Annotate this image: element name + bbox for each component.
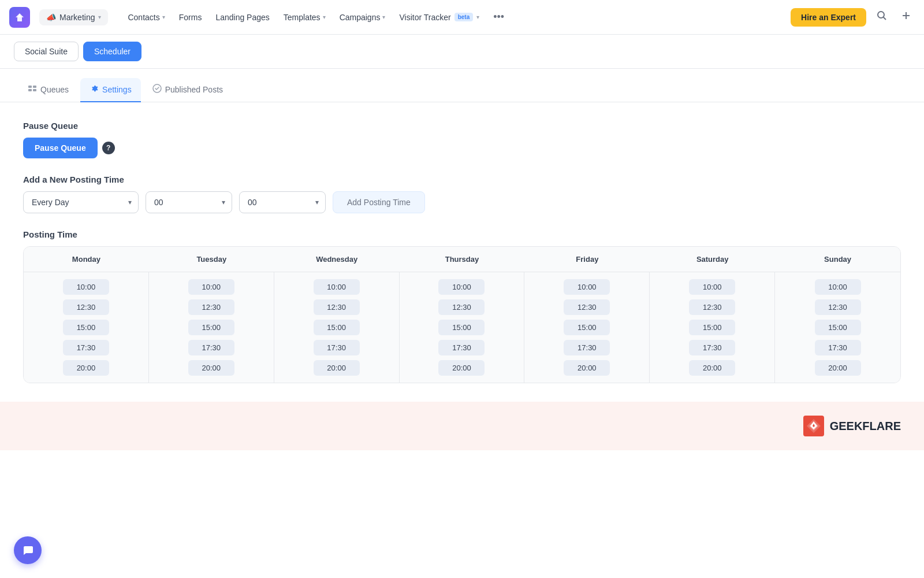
add-button[interactable] bbox=[897, 7, 915, 27]
col-wednesday: Wednesday bbox=[274, 247, 400, 272]
nav-contacts[interactable]: Contacts ▾ bbox=[122, 9, 170, 25]
time-chip[interactable]: 12:30 bbox=[188, 299, 234, 315]
svg-rect-4 bbox=[28, 86, 32, 88]
time-chip[interactable]: 10:00 bbox=[815, 279, 861, 295]
posting-controls: Every Day Monday Tuesday Wednesday Thurs… bbox=[23, 191, 901, 213]
sub-nav: Social Suite Scheduler bbox=[0, 35, 924, 69]
nav-visitor-tracker[interactable]: Visitor Tracker beta ▾ bbox=[393, 9, 485, 25]
time-chip[interactable]: 12:30 bbox=[314, 299, 360, 315]
time-chip[interactable]: 17:30 bbox=[188, 340, 234, 355]
pause-queue-button[interactable]: Pause Queue bbox=[23, 138, 98, 158]
pause-queue-title: Pause Queue bbox=[23, 121, 901, 131]
social-suite-button[interactable]: Social Suite bbox=[14, 42, 79, 61]
nav-campaigns[interactable]: Campaigns ▾ bbox=[334, 9, 392, 25]
time-chip[interactable]: 15:00 bbox=[815, 320, 861, 335]
day-column-sunday: 10:0012:3015:0017:3020:00 bbox=[775, 272, 900, 383]
tab-published-posts[interactable]: Published Posts bbox=[143, 78, 232, 102]
chevron-icon: ▾ bbox=[476, 14, 479, 20]
day-column-thursday: 10:0012:3015:0017:3020:00 bbox=[400, 272, 525, 383]
time-chip[interactable]: 12:30 bbox=[564, 299, 610, 315]
posting-time-table: Monday Tuesday Wednesday Thursday Friday… bbox=[23, 246, 901, 383]
svg-rect-5 bbox=[28, 89, 32, 91]
nav-right: Hire an Expert bbox=[791, 7, 915, 27]
min-select-wrapper: 00153045 ▾ bbox=[239, 191, 326, 213]
time-chip[interactable]: 10:00 bbox=[188, 279, 234, 295]
tab-queues[interactable]: Queues bbox=[18, 78, 78, 102]
minute-select[interactable]: 00153045 bbox=[239, 191, 326, 213]
col-thursday: Thursday bbox=[400, 247, 525, 272]
day-column-saturday: 10:0012:3015:0017:3020:00 bbox=[650, 272, 775, 383]
svg-rect-6 bbox=[33, 86, 36, 88]
tab-settings[interactable]: Settings bbox=[80, 78, 141, 102]
pause-queue-section: Pause Queue Pause Queue ? bbox=[23, 121, 901, 158]
app-logo bbox=[9, 7, 30, 28]
time-chip[interactable]: 10:00 bbox=[564, 279, 610, 295]
time-chip[interactable]: 12:30 bbox=[438, 299, 485, 315]
time-chip[interactable]: 17:30 bbox=[564, 340, 610, 355]
time-chip[interactable]: 15:00 bbox=[564, 320, 610, 335]
search-button[interactable] bbox=[873, 7, 891, 27]
time-chip[interactable]: 20:00 bbox=[564, 360, 610, 376]
day-column-friday: 10:0012:3015:0017:3020:00 bbox=[524, 272, 650, 383]
tab-queues-label: Queues bbox=[40, 85, 69, 94]
table-body: 10:0012:3015:0017:3020:0010:0012:3015:00… bbox=[24, 272, 900, 383]
time-chip[interactable]: 15:00 bbox=[314, 320, 360, 335]
time-chip[interactable]: 20:00 bbox=[314, 360, 360, 376]
svg-rect-7 bbox=[33, 89, 36, 91]
time-chip[interactable]: 15:00 bbox=[438, 320, 485, 335]
chevron-down-icon: ▾ bbox=[98, 14, 101, 20]
col-tuesday: Tuesday bbox=[149, 247, 274, 272]
time-chip[interactable]: 15:00 bbox=[188, 320, 234, 335]
pause-btn-row: Pause Queue ? bbox=[23, 138, 901, 158]
day-select[interactable]: Every Day Monday Tuesday Wednesday Thurs… bbox=[23, 191, 139, 213]
nav-templates[interactable]: Templates ▾ bbox=[278, 9, 331, 25]
nav-links: Contacts ▾ Forms Landing Pages Templates… bbox=[122, 8, 786, 27]
col-monday: Monday bbox=[24, 247, 149, 272]
hour-select-wrapper: 00010203 04050607 08091011 12131415 1617… bbox=[146, 191, 232, 213]
add-posting-time-button[interactable]: Add Posting Time bbox=[333, 191, 425, 213]
time-chip[interactable]: 17:30 bbox=[815, 340, 861, 355]
megaphone-icon: 📣 bbox=[46, 13, 56, 22]
time-chip[interactable]: 17:30 bbox=[438, 340, 485, 355]
day-column-monday: 10:0012:3015:0017:3020:00 bbox=[24, 272, 149, 383]
marketing-label: Marketing bbox=[59, 13, 95, 22]
time-chip[interactable]: 10:00 bbox=[314, 279, 360, 295]
time-chip[interactable]: 10:00 bbox=[63, 279, 109, 295]
time-chip[interactable]: 12:30 bbox=[689, 299, 735, 315]
top-nav: 📣 Marketing ▾ Contacts ▾ Forms Landing P… bbox=[0, 0, 924, 35]
posting-time-section: Posting Time Monday Tuesday Wednesday Th… bbox=[23, 229, 901, 383]
time-chip[interactable]: 20:00 bbox=[689, 360, 735, 376]
chevron-icon: ▾ bbox=[323, 14, 326, 20]
footer: GEEKFLARE bbox=[0, 402, 924, 450]
time-chip[interactable]: 20:00 bbox=[438, 360, 485, 376]
hire-expert-button[interactable]: Hire an Expert bbox=[791, 8, 866, 27]
time-chip[interactable]: 17:30 bbox=[314, 340, 360, 355]
time-chip[interactable]: 15:00 bbox=[63, 320, 109, 335]
chevron-icon: ▾ bbox=[162, 14, 165, 20]
marketing-menu-button[interactable]: 📣 Marketing ▾ bbox=[39, 9, 108, 25]
nav-landing-pages[interactable]: Landing Pages bbox=[210, 9, 275, 25]
time-chip[interactable]: 15:00 bbox=[689, 320, 735, 335]
time-chip[interactable]: 20:00 bbox=[815, 360, 861, 376]
time-chip[interactable]: 10:00 bbox=[438, 279, 485, 295]
time-chip[interactable]: 20:00 bbox=[63, 360, 109, 376]
posting-time-title: Posting Time bbox=[23, 229, 901, 239]
tab-settings-label: Settings bbox=[102, 85, 132, 94]
gear-icon bbox=[90, 84, 99, 95]
time-chip[interactable]: 20:00 bbox=[188, 360, 234, 376]
add-posting-title: Add a New Posting Time bbox=[23, 175, 901, 184]
hour-select[interactable]: 00010203 04050607 08091011 12131415 1617… bbox=[146, 191, 232, 213]
geekflare-logo: GEEKFLARE bbox=[803, 416, 901, 436]
time-chip[interactable]: 12:30 bbox=[63, 299, 109, 315]
beta-badge: beta bbox=[454, 13, 474, 21]
more-menu-button[interactable]: ••• bbox=[487, 8, 510, 27]
day-column-tuesday: 10:0012:3015:0017:3020:00 bbox=[149, 272, 274, 383]
nav-forms[interactable]: Forms bbox=[173, 9, 208, 25]
time-chip[interactable]: 17:30 bbox=[63, 340, 109, 355]
time-chip[interactable]: 10:00 bbox=[689, 279, 735, 295]
time-chip[interactable]: 12:30 bbox=[815, 299, 861, 315]
time-chip[interactable]: 17:30 bbox=[689, 340, 735, 355]
scheduler-button[interactable]: Scheduler bbox=[83, 42, 141, 61]
help-icon[interactable]: ? bbox=[102, 142, 115, 154]
geekflare-brand: GEEKFLARE bbox=[830, 420, 901, 433]
